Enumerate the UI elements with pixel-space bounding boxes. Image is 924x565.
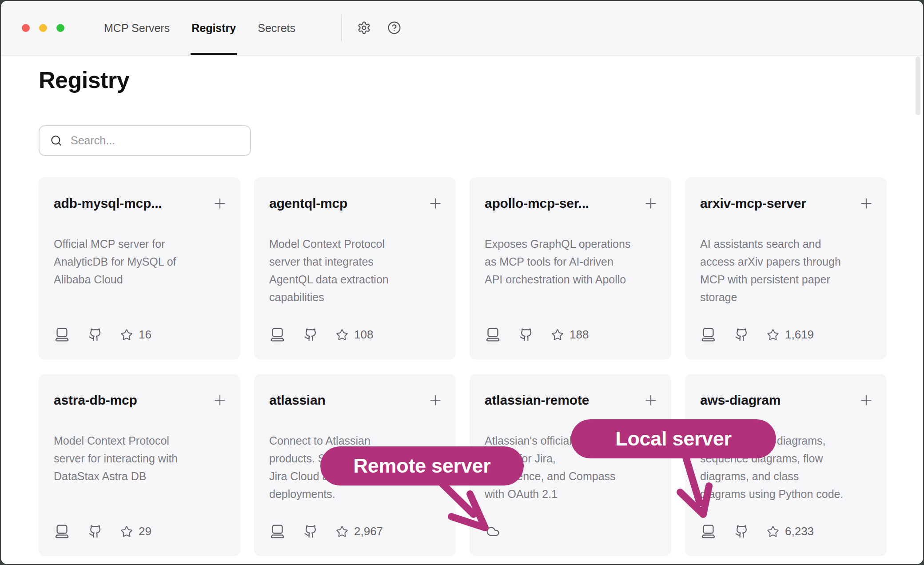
settings-gear-icon[interactable]: [357, 21, 371, 35]
tab-label: MCP Servers: [104, 22, 170, 35]
server-name: atlassian-remote: [485, 393, 589, 408]
server-name: aws-diagram: [700, 393, 781, 408]
github-icon[interactable]: [519, 328, 533, 342]
search-box[interactable]: [39, 125, 251, 156]
main-tabs: MCP Servers Registry Secrets: [104, 1, 295, 55]
star-icon: [336, 525, 348, 538]
card-header: atlassian-remote: [485, 391, 659, 410]
github-icon[interactable]: [304, 525, 318, 538]
add-server-button[interactable]: [643, 392, 659, 408]
server-card-grid: adb-mysql-mcp... Official MCP server for…: [39, 177, 887, 556]
server-card-agentql-mcp[interactable]: agentql-mcp Model Context Protocol serve…: [254, 177, 456, 359]
card-header: arxiv-mcp-server: [700, 194, 874, 213]
server-name: adb-mysql-mcp...: [54, 196, 162, 211]
minimize-button[interactable]: [39, 24, 47, 32]
server-name: agentql-mcp: [269, 196, 347, 211]
star-icon: [120, 329, 133, 341]
star-count: 188: [570, 328, 589, 342]
server-card-adb-mysql-mcp[interactable]: adb-mysql-mcp... Official MCP server for…: [39, 177, 240, 359]
star-icon: [767, 525, 779, 538]
laptop-icon: [269, 328, 286, 342]
search-icon: [50, 135, 62, 147]
github-icon[interactable]: [88, 525, 102, 538]
card-footer: 1,619: [700, 328, 814, 342]
add-server-button[interactable]: [858, 392, 874, 408]
tab-label: Registry: [191, 22, 236, 35]
card-header: astra-db-mcp: [54, 391, 228, 410]
add-server-button[interactable]: [212, 195, 228, 211]
traffic-lights: [22, 24, 64, 32]
star-count: 108: [354, 328, 373, 342]
card-footer: 188: [485, 328, 589, 342]
laptop-icon: [54, 328, 70, 342]
title-bar: MCP Servers Registry Secrets: [1, 1, 923, 56]
server-description: Model Context Protocol server for intera…: [54, 432, 228, 485]
tab-secrets[interactable]: Secrets: [258, 1, 295, 55]
add-server-button[interactable]: [643, 195, 659, 211]
star-count: 16: [139, 328, 151, 342]
server-card-apollo-mcp-server[interactable]: apollo-mcp-ser... Exposes GraphQL operat…: [470, 177, 671, 359]
card-footer: 16: [54, 328, 151, 342]
github-icon[interactable]: [735, 525, 749, 538]
add-server-button[interactable]: [427, 392, 443, 408]
card-header: aws-diagram: [700, 391, 874, 410]
page-title: Registry: [39, 67, 129, 93]
github-icon[interactable]: [304, 328, 318, 342]
laptop-icon: [54, 525, 70, 538]
vertical-scrollbar-thumb[interactable]: [916, 56, 920, 115]
close-button[interactable]: [22, 24, 30, 32]
github-icon[interactable]: [735, 328, 749, 342]
server-name: atlassian: [269, 393, 326, 408]
star-icon: [551, 329, 564, 341]
server-name: arxiv-mcp-server: [700, 196, 806, 211]
server-card-arxiv-mcp-server[interactable]: arxiv-mcp-server AI assistants search an…: [685, 177, 887, 359]
star-icon: [767, 329, 779, 341]
star-icon: [336, 329, 348, 341]
laptop-icon: [700, 328, 717, 342]
star-count: 2,967: [354, 525, 383, 538]
server-description: AI assistants search and access arXiv pa…: [700, 235, 874, 306]
add-server-button[interactable]: [858, 195, 874, 211]
tab-label: Secrets: [258, 22, 295, 35]
server-description: Official MCP server for AnalyticDB for M…: [54, 235, 228, 288]
tab-mcp-servers[interactable]: MCP Servers: [104, 1, 170, 55]
zoom-button[interactable]: [56, 24, 64, 32]
remote-server-callout-label: Remote server: [354, 454, 491, 477]
cloud-icon: [485, 525, 501, 538]
tab-registry[interactable]: Registry: [191, 1, 236, 55]
card-footer: 29: [54, 525, 151, 538]
server-description: Exposes GraphQL operations as MCP tools …: [485, 235, 659, 288]
server-name: astra-db-mcp: [54, 393, 137, 408]
laptop-icon: [700, 525, 717, 538]
add-server-button[interactable]: [427, 195, 443, 211]
card-footer: [485, 525, 501, 538]
card-footer: 6,233: [700, 525, 814, 538]
server-name: apollo-mcp-ser...: [485, 196, 589, 211]
card-header: apollo-mcp-ser...: [485, 194, 659, 213]
server-card-astra-db-mcp[interactable]: astra-db-mcp Model Context Protocol serv…: [39, 374, 240, 556]
app-window: MCP Servers Registry Secrets Registry ad…: [1, 1, 923, 564]
github-icon[interactable]: [88, 328, 102, 342]
card-footer: 2,967: [269, 525, 383, 538]
card-footer: 108: [269, 328, 373, 342]
local-server-callout: Local server: [571, 419, 776, 458]
star-count: 1,619: [785, 328, 814, 342]
toolbar-divider: [341, 15, 342, 41]
card-header: atlassian: [269, 391, 443, 410]
laptop-icon: [485, 328, 501, 342]
star-count: 29: [139, 525, 151, 538]
star-count: 6,233: [785, 525, 814, 538]
help-icon[interactable]: [387, 21, 401, 35]
server-card-aws-diagram[interactable]: aws-diagram Generate AWS diagrams, seque…: [685, 374, 887, 556]
local-server-callout-label: Local server: [615, 427, 732, 450]
server-description: Model Context Protocol server that integ…: [269, 235, 443, 306]
add-server-button[interactable]: [212, 392, 228, 408]
card-header: agentql-mcp: [269, 194, 443, 213]
card-header: adb-mysql-mcp...: [54, 194, 228, 213]
remote-server-callout: Remote server: [320, 446, 524, 485]
star-icon: [120, 525, 133, 538]
search-input[interactable]: [70, 134, 245, 147]
laptop-icon: [269, 525, 286, 538]
